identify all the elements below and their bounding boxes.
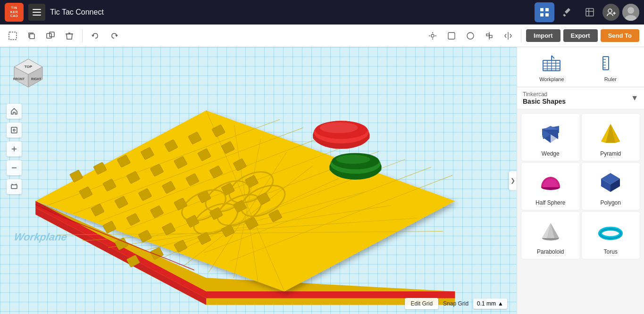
svg-rect-27 <box>448 33 455 39</box>
wedge-shape-item[interactable]: Wedge <box>521 113 580 161</box>
svg-rect-4 <box>545 8 549 11</box>
logo-text2: KER <box>10 10 18 14</box>
paraboloid-shape-item[interactable]: Paraboloid <box>521 211 580 259</box>
hammer-button[interactable] <box>557 2 577 22</box>
half-sphere-icon <box>536 168 565 197</box>
wedge-label: Wedge <box>542 150 560 157</box>
undo-button[interactable] <box>87 28 103 44</box>
paraboloid-icon <box>536 217 565 246</box>
svg-point-11 <box>608 9 612 13</box>
toolbar: Import Export Send To <box>0 25 644 47</box>
shape-tool-button[interactable] <box>443 28 460 44</box>
svg-rect-17 <box>9 32 17 40</box>
copy-design-button[interactable] <box>24 28 40 44</box>
half-sphere-label: Half Sphere <box>535 199 565 206</box>
svg-rect-0 <box>33 9 41 10</box>
box-button[interactable] <box>580 2 600 22</box>
svg-rect-18 <box>30 34 34 39</box>
panel-top-tools: Workplane Ruler <box>517 47 644 87</box>
viewport-canvas: Workplane TOP FRONT RIGHT <box>0 47 517 314</box>
logo-text: TIN <box>11 6 17 10</box>
svg-rect-5 <box>540 13 544 17</box>
svg-point-28 <box>467 33 474 39</box>
align-tool-button[interactable] <box>481 28 497 44</box>
topbar-right <box>535 2 639 22</box>
light-tool-button[interactable] <box>425 28 441 44</box>
flip-tool-button[interactable] <box>500 28 516 44</box>
delete-button[interactable] <box>61 28 77 44</box>
svg-rect-1 <box>33 12 41 13</box>
import-button[interactable]: Import <box>526 29 560 42</box>
topbar: TIN KER CAD Tic Tac Connect <box>0 0 644 25</box>
dropdown-chevron-icon: ▼ <box>631 94 638 102</box>
edit-grid-button[interactable]: Edit Grid <box>405 298 438 309</box>
separator-1 <box>82 29 83 42</box>
separator-2 <box>521 29 521 42</box>
grid-view-button[interactable] <box>535 2 554 22</box>
right-panel: Workplane Ruler Tinker <box>517 47 644 314</box>
svg-rect-19 <box>47 33 51 38</box>
paraboloid-label: Paraboloid <box>537 248 564 255</box>
pyramid-shape-item[interactable]: Pyramid <box>581 113 641 161</box>
sendto-button[interactable]: Send To <box>601 29 639 42</box>
add-user-button[interactable] <box>602 4 619 21</box>
torus-icon <box>596 217 625 246</box>
svg-rect-30 <box>486 34 489 36</box>
user-avatar[interactable] <box>622 4 639 21</box>
svg-rect-3 <box>540 8 544 11</box>
polygon-icon <box>596 168 625 197</box>
project-title: Tic Tac Connect <box>50 8 530 17</box>
shape-category-selected: Basic Shapes <box>523 98 566 105</box>
ruler-label: Ruler <box>604 76 617 82</box>
shape-category-name: Tinkercad <box>523 91 566 98</box>
logo-text3: CAD <box>10 14 18 18</box>
svg-rect-6 <box>545 13 549 17</box>
workplane-icon <box>540 52 563 74</box>
pyramid-label: Pyramid <box>600 150 621 157</box>
tinkercad-logo: TIN KER CAD <box>5 3 24 22</box>
svg-rect-2 <box>33 15 41 16</box>
export-button[interactable]: Export <box>563 29 598 42</box>
ruler-tool[interactable]: Ruler <box>599 52 622 82</box>
shapes-grid: Wedge Pyramid <box>517 109 644 263</box>
collapse-panel-button[interactable]: ❯ <box>509 171 517 190</box>
workplane-tool[interactable]: Workplane <box>539 52 564 82</box>
ruler-icon <box>599 52 622 74</box>
workplane-label: Workplane <box>539 76 564 82</box>
torus-label: Torus <box>604 248 618 255</box>
snap-grid-value[interactable]: 0.1 mm ▲ <box>473 298 507 309</box>
svg-rect-31 <box>489 35 492 38</box>
polygon-label: Polygon <box>601 199 621 206</box>
torus-shape-item[interactable]: Torus <box>581 211 641 259</box>
svg-rect-7 <box>563 14 566 17</box>
bottom-controls: Edit Grid Snap Grid 0.1 mm ▲ <box>405 298 507 309</box>
viewport[interactable]: Workplane TOP FRONT RIGHT <box>0 47 517 314</box>
circle-tool-button[interactable] <box>462 28 478 44</box>
design-menu-button[interactable] <box>28 4 45 21</box>
wedge-icon <box>536 119 565 148</box>
snap-grid-label: Snap Grid <box>443 300 468 307</box>
svg-rect-8 <box>586 8 594 16</box>
svg-point-122 <box>320 122 358 133</box>
shape-category-selector[interactable]: Tinkercad Basic Shapes ▼ <box>517 87 644 109</box>
svg-point-165 <box>606 231 615 235</box>
svg-point-22 <box>431 34 434 37</box>
svg-point-15 <box>627 7 634 14</box>
svg-point-127 <box>336 155 370 164</box>
main-area: Workplane TOP FRONT RIGHT <box>0 47 644 314</box>
duplicate-button[interactable] <box>42 28 59 44</box>
select-all-button[interactable] <box>5 28 21 44</box>
pyramid-icon <box>596 119 625 148</box>
redo-button[interactable] <box>106 28 122 44</box>
half-sphere-shape-item[interactable]: Half Sphere <box>521 162 580 210</box>
polygon-shape-item[interactable]: Polygon <box>581 162 641 210</box>
svg-rect-20 <box>50 32 54 37</box>
